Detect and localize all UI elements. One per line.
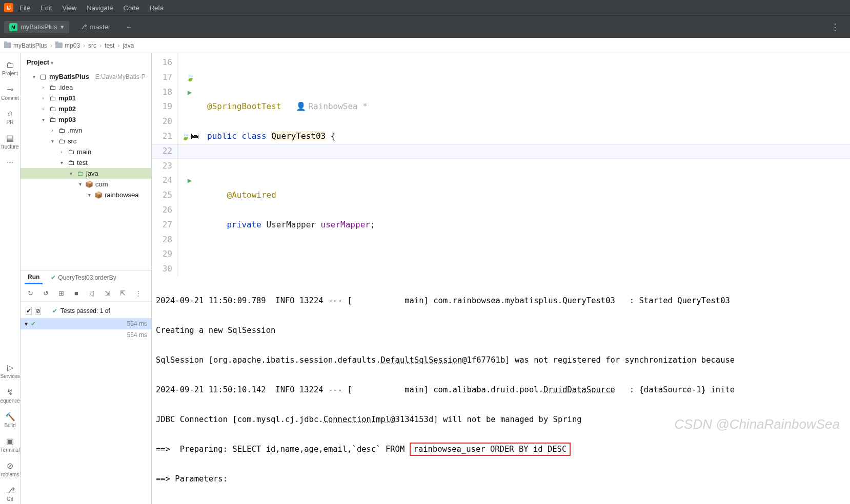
warning-icon: ⊘ — [1, 461, 20, 471]
editor-area: 1617181920212223242526272829303132333435… — [152, 53, 850, 504]
toggle-icon[interactable]: ⊞ — [55, 287, 67, 299]
more-actions-icon[interactable]: ⋮ — [824, 22, 846, 33]
tree-item[interactable]: ▾📦rainbowsea — [21, 190, 151, 200]
package-icon: 📦 — [85, 180, 93, 188]
stop-icon[interactable]: ■ — [71, 287, 82, 299]
check-icon: ✔ — [52, 307, 57, 314]
chevron-right-icon: › — [117, 42, 119, 49]
breadcrumb-item[interactable]: mp03 — [55, 42, 80, 49]
run-config-tab[interactable]: ✔QueryTest03.orderBy — [48, 272, 119, 283]
tree-item[interactable]: ▾🗀mp03 — [21, 114, 151, 125]
breadcrumb-item[interactable]: src — [88, 42, 96, 49]
tool-sequence[interactable]: ↯equence — [1, 385, 20, 406]
chevron-down-icon: ▾ — [25, 320, 28, 327]
menu-code[interactable]: Code — [119, 4, 144, 12]
tree-item[interactable]: ›🗀main — [21, 146, 151, 157]
rerun-icon[interactable]: ↻ — [25, 287, 36, 299]
nav-back-button[interactable]: ← — [120, 21, 137, 33]
tree-item[interactable]: ›🗀.idea — [21, 82, 151, 93]
code-content[interactable]: @SpringBootTest 👤RainbowSea * public cla… — [201, 53, 850, 277]
console-line: ==> Parameters: — [156, 472, 846, 487]
nav-icon[interactable]: 🛏 — [191, 129, 199, 144]
gutter-icons: 🍃 ▶ 🍃🛏 ▶ ↺ ↺ — [178, 53, 201, 277]
tool-more[interactable]: ··· — [1, 156, 20, 170]
console-output[interactable]: 2024-09-21 11:50:09.789 INFO 13224 --- [… — [152, 277, 850, 504]
console-line: 2024-09-21 11:50:10.142 INFO 13224 --- [… — [156, 383, 846, 397]
menu-refactor[interactable]: Refa — [146, 4, 168, 12]
git-icon: ⎇ — [1, 486, 20, 495]
tool-commit[interactable]: ⊸Commit — [1, 82, 20, 103]
breadcrumb: myBatisPlus › mp03 › src › test › java — [0, 38, 850, 53]
run-test-icon[interactable]: ▶ — [188, 173, 192, 188]
branch-name: master — [90, 23, 111, 31]
breadcrumb-item[interactable]: myBatisPlus — [4, 42, 47, 49]
more-icon: ··· — [1, 158, 20, 167]
tree-item[interactable]: ▾🗀test — [21, 157, 151, 168]
show-passed-toggle[interactable]: ✔ — [26, 307, 32, 315]
chevron-right-icon: › — [50, 42, 52, 49]
module-icon: ▢ — [39, 73, 47, 80]
folder-icon: 🗀 — [67, 159, 75, 166]
console-line: 2024-09-21 11:50:09.789 INFO 13224 --- [… — [156, 293, 846, 308]
tool-pr[interactable]: ⎌PR — [1, 107, 20, 127]
tool-project[interactable]: 🗀Project — [1, 58, 20, 78]
run-tabs: Run ✔QueryTest03.orderBy — [21, 270, 151, 285]
chevron-down-icon: ▾ — [60, 23, 64, 31]
run-test-icon[interactable]: ▶ — [188, 85, 192, 100]
test-duration: 564 ms — [127, 320, 147, 327]
breadcrumb-item[interactable]: test — [105, 42, 114, 49]
menu-navigate[interactable]: Navigate — [83, 4, 117, 12]
line-number-gutter: 1617181920212223242526272829303132333435 — [152, 53, 178, 277]
folder-icon — [55, 43, 63, 48]
test-result-row[interactable]: ▾ ✔ 564 ms — [21, 318, 151, 329]
test-toolbar: ↻ ↺ ⊞ ■ ⌼ ⇲ ⇱ ⋮ — [21, 285, 151, 302]
play-icon: ▷ — [1, 363, 20, 372]
rerun-failed-icon[interactable]: ↺ — [40, 287, 51, 299]
project-tree[interactable]: ▾▢myBatisPlus E:\Java\MyBatis-P ›🗀.idea … — [21, 71, 151, 270]
tool-structure[interactable]: ▤tructure — [1, 131, 20, 152]
project-view-title[interactable]: Project — [21, 53, 151, 71]
tree-item[interactable]: ▾🗀src — [21, 136, 151, 146]
chevron-right-icon: › — [99, 42, 102, 49]
check-icon: ✔ — [31, 320, 36, 327]
tool-problems[interactable]: ⊘roblems — [1, 459, 20, 479]
console-line: Creating a new SqlSession — [156, 323, 846, 338]
code-editor[interactable]: 1617181920212223242526272829303132333435… — [152, 53, 850, 277]
folder-icon: 🗀 — [76, 170, 84, 177]
tool-run[interactable]: ▷Services — [1, 361, 20, 381]
commit-icon: ⊸ — [1, 85, 20, 94]
screenshot-icon[interactable]: ⌼ — [86, 287, 97, 299]
folder-icon: 🗀 — [57, 137, 66, 145]
more-icon[interactable]: ⋮ — [132, 287, 144, 299]
export-icon[interactable]: ⇲ — [102, 287, 113, 299]
test-result-row[interactable]: 564 ms — [21, 329, 151, 341]
tool-build[interactable]: 🔨Build — [1, 410, 20, 430]
import-icon[interactable]: ⇱ — [117, 287, 128, 299]
folder-icon: 🗀 — [48, 105, 56, 113]
project-selector[interactable]: M myBatisPlus ▾ — [4, 21, 69, 33]
structure-icon: ▤ — [1, 133, 20, 143]
tool-terminal[interactable]: ▣Terminal — [1, 434, 20, 455]
folder-icon: 🗀 — [48, 116, 56, 123]
tree-root[interactable]: ▾▢myBatisPlus E:\Java\MyBatis-P — [21, 71, 151, 82]
user-icon: 👤 — [296, 101, 306, 111]
console-line: ==> Preparing: SELECT id,name,age,email,… — [156, 442, 846, 457]
menu-file[interactable]: File — [15, 4, 34, 12]
tests-passed-label: Tests passed: 1 of — [60, 307, 110, 314]
test-tree: ✔ ⊘ ✔ Tests passed: 1 of ▾ ✔ 564 ms 564 … — [21, 302, 151, 505]
tree-item[interactable]: ›🗀mp01 — [21, 93, 151, 103]
vcs-branch-widget[interactable]: ⎇ master — [75, 21, 115, 33]
tool-git[interactable]: ⎇Git — [1, 484, 20, 504]
tree-item[interactable]: ›🗀.mvn — [21, 125, 151, 136]
show-ignored-toggle[interactable]: ⊘ — [35, 307, 41, 315]
run-tab[interactable]: Run — [25, 271, 43, 284]
menu-edit[interactable]: Edit — [36, 4, 56, 12]
bean-icon[interactable]: 🍃 — [181, 129, 190, 144]
branch-icon: ⎇ — [79, 23, 87, 31]
tree-item[interactable]: ›🗀mp02 — [21, 103, 151, 114]
breadcrumb-item[interactable]: java — [123, 42, 134, 49]
leaf-icon[interactable]: 🍃 — [186, 70, 194, 85]
tree-item-selected[interactable]: ▾🗀java — [21, 168, 151, 179]
tree-item[interactable]: ▾📦com — [21, 179, 151, 190]
menu-view[interactable]: View — [58, 4, 80, 12]
